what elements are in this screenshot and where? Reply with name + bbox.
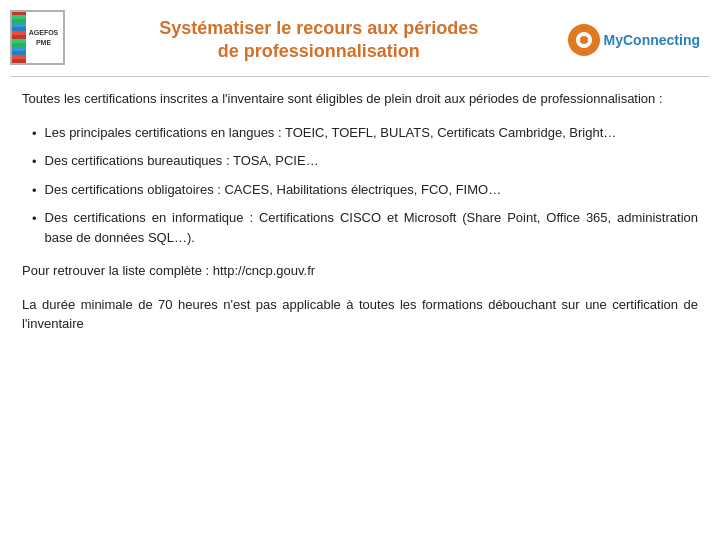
page-wrapper: AGEFOSPME Systématiser le recours aux pé… [0, 0, 720, 540]
bullet-text-1: Les principales certifications en langue… [45, 123, 698, 143]
list-item: • Les principales certifications en lang… [32, 123, 698, 144]
bullet-dot-1: • [32, 124, 37, 144]
my-connecting-icon [568, 24, 600, 56]
bullet-text-4: Des certifications en informatique : Cer… [45, 208, 698, 247]
page-title: Systématiser le recours aux périodes de … [80, 17, 558, 64]
bullet-text-3: Des certifications obligatoires : CACES,… [45, 180, 698, 200]
bullet-text-2: Des certifications bureautiques : TOSA, … [45, 151, 698, 171]
left-logo-text: AGEFOSPME [29, 28, 59, 46]
list-item: • Des certifications obligatoires : CACE… [32, 180, 698, 201]
bullet-dot-3: • [32, 181, 37, 201]
list-item: • Des certifications en informatique : C… [32, 208, 698, 247]
header-divider [10, 76, 710, 77]
left-logo: AGEFOSPME [10, 10, 70, 70]
intro-paragraph: Toutes les certifications inscrites a l'… [22, 89, 698, 109]
bullet-list: • Les principales certifications en lang… [22, 123, 698, 248]
title-center: Systématiser le recours aux périodes de … [70, 17, 568, 64]
main-content: Toutes les certifications inscrites a l'… [0, 89, 720, 334]
list-item: • Des certifications bureautiques : TOSA… [32, 151, 698, 172]
bullet-dot-2: • [32, 152, 37, 172]
my-connecting-label: MyConnecting [604, 32, 700, 48]
link-paragraph: Pour retrouver la liste complète : http:… [22, 261, 698, 281]
bullet-dot-4: • [32, 209, 37, 229]
footer-paragraph: La durée minimale de 70 heures n'est pas… [22, 295, 698, 334]
header: AGEFOSPME Systématiser le recours aux pé… [0, 0, 720, 76]
right-logo: MyConnecting [568, 24, 700, 56]
